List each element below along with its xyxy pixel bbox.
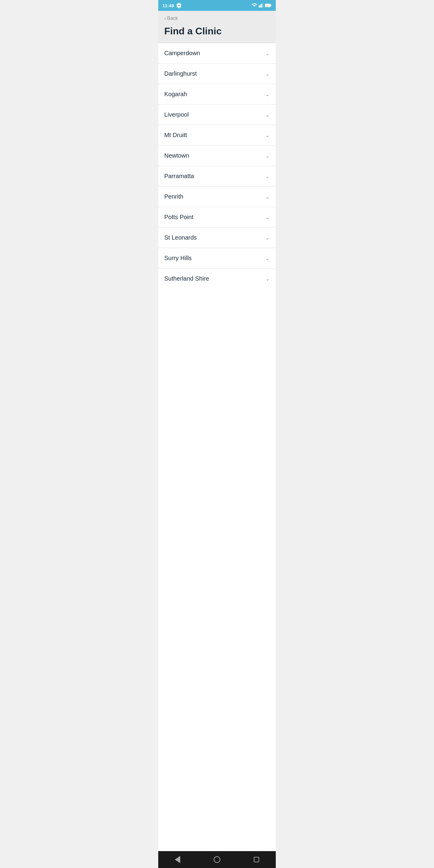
clinic-list-item[interactable]: Potts Point⌄ (158, 207, 276, 227)
nav-home-button[interactable] (208, 854, 226, 865)
back-nav-icon (175, 856, 180, 863)
gear-icon (176, 3, 182, 8)
clinic-list-item[interactable]: Camperdown⌄ (158, 43, 276, 64)
clinic-name: Liverpool (164, 111, 189, 118)
clinic-name: Mt Druitt (164, 132, 187, 138)
chevron-down-icon: ⌄ (265, 276, 270, 282)
svg-rect-1 (260, 5, 261, 7)
nav-recent-button[interactable] (248, 855, 265, 865)
clinic-list-item[interactable]: Mt Druitt⌄ (158, 125, 276, 146)
svg-rect-0 (258, 6, 259, 7)
nav-bar (158, 851, 276, 868)
chevron-down-icon: ⌄ (265, 70, 270, 77)
clinic-list: Camperdown⌄Darlinghurst⌄Kogarah⌄Liverpoo… (158, 43, 276, 851)
nav-back-button[interactable] (169, 854, 186, 866)
clinic-name: Newtown (164, 152, 189, 159)
chevron-down-icon: ⌄ (265, 132, 270, 138)
clinic-list-item[interactable]: Sutherland Shire⌄ (158, 269, 276, 289)
back-label: Back (167, 16, 178, 21)
chevron-down-icon: ⌄ (265, 235, 270, 241)
clinic-list-item[interactable]: Parramatta⌄ (158, 166, 276, 187)
clinic-name: Kogarah (164, 91, 187, 98)
chevron-down-icon: ⌄ (265, 91, 270, 98)
clinic-list-item[interactable]: Liverpool⌄ (158, 104, 276, 125)
recent-nav-icon (254, 857, 259, 862)
clinic-list-item[interactable]: Darlinghurst⌄ (158, 64, 276, 84)
chevron-down-icon: ⌄ (265, 255, 270, 261)
clinic-list-item[interactable]: Penrith⌄ (158, 187, 276, 207)
clinic-name: Sutherland Shire (164, 275, 209, 282)
status-right: ⚡ (252, 3, 272, 7)
clinic-name: Parramatta (164, 173, 194, 180)
clinic-name: Potts Point (164, 214, 193, 221)
clinic-list-item[interactable]: Newtown⌄ (158, 146, 276, 166)
signal-icon (258, 3, 264, 7)
svg-rect-3 (262, 3, 263, 7)
clinic-list-item[interactable]: Surry Hills⌄ (158, 248, 276, 269)
back-chevron-icon: ‹ (164, 16, 166, 21)
clinic-list-item[interactable]: Kogarah⌄ (158, 84, 276, 104)
status-left: 11:49 (162, 3, 182, 8)
svg-text:⚡: ⚡ (266, 4, 269, 7)
svg-rect-2 (261, 4, 262, 7)
clinic-name: Darlinghurst (164, 70, 197, 77)
header: ‹ Back Find a Clinic (158, 11, 276, 43)
clinic-list-item[interactable]: St Leonards⌄ (158, 227, 276, 248)
status-bar: 11:49 ⚡ (158, 0, 276, 11)
clinic-name: Surry Hills (164, 255, 192, 261)
clinic-name: Camperdown (164, 50, 200, 57)
clinic-name: St Leonards (164, 234, 197, 241)
chevron-down-icon: ⌄ (265, 112, 270, 118)
chevron-down-icon: ⌄ (265, 214, 270, 221)
time-display: 11:49 (162, 3, 174, 8)
svg-rect-5 (271, 4, 271, 6)
home-nav-icon (214, 856, 220, 863)
wifi-icon (252, 3, 257, 7)
page-title: Find a Clinic (164, 25, 270, 37)
chevron-down-icon: ⌄ (265, 173, 270, 180)
back-button[interactable]: ‹ Back (164, 16, 178, 21)
battery-icon: ⚡ (265, 4, 272, 7)
chevron-down-icon: ⌄ (265, 153, 270, 159)
chevron-down-icon: ⌄ (265, 193, 270, 200)
chevron-down-icon: ⌄ (265, 50, 270, 57)
clinic-name: Penrith (164, 193, 183, 200)
